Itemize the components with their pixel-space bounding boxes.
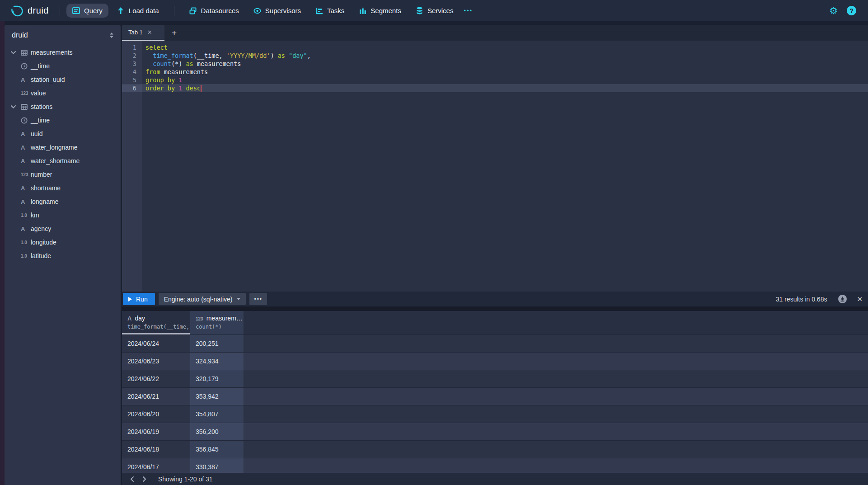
line-number: 3	[122, 60, 142, 67]
column-item-__time[interactable]: __time	[5, 113, 121, 127]
cell-measurements[interactable]: 353,942	[190, 388, 244, 405]
code-line-2[interactable]: 2 time_format(__time, 'YYYY/MM/dd') as "…	[122, 52, 868, 60]
float-type-icon: 1.0	[21, 240, 31, 245]
tab-tab1[interactable]: Tab 1 ✕	[122, 25, 164, 41]
nav-item-label: Load data	[129, 7, 159, 14]
code-line-6[interactable]: 6order by 1 desc	[122, 84, 868, 92]
cell-day[interactable]: 2024/06/17	[122, 458, 190, 473]
result-status: 31 results in 0.68s	[776, 296, 827, 303]
table-row[interactable]: 2024/06/20354,807	[122, 405, 868, 423]
cell-measurements[interactable]: 354,807	[190, 405, 244, 423]
column-item-number[interactable]: 123number	[5, 168, 121, 181]
cell-measurements[interactable]: 320,179	[190, 370, 244, 387]
line-number: 1	[122, 44, 142, 51]
pane-splitter-handle[interactable]	[122, 306, 868, 311]
nav-item-label: Datasources	[201, 7, 239, 14]
column-item-uuid[interactable]: Auuid	[5, 127, 121, 141]
table-name: stations	[31, 103, 52, 110]
code-line-3[interactable]: 3 count(*) as measurements	[122, 60, 868, 68]
column-name: uuid	[31, 130, 42, 137]
column-header-day[interactable]: A day time_format(__time, …	[122, 311, 190, 334]
nav-item-services[interactable]: Services	[410, 4, 460, 18]
table-row[interactable]: 2024/06/17330,387	[122, 458, 868, 473]
string-type-icon: A	[21, 158, 31, 165]
table-item-measurements[interactable]: measurements	[5, 46, 121, 59]
cell-day[interactable]: 2024/06/18	[122, 441, 190, 458]
nav-item-datasources[interactable]: Datasources	[183, 4, 245, 18]
table-item-stations[interactable]: stations	[5, 100, 121, 113]
code-token: as	[186, 60, 193, 67]
help-icon[interactable]: ?	[847, 6, 856, 15]
column-item-latitude[interactable]: 1.0latitude	[5, 249, 121, 263]
cell-day[interactable]: 2024/06/22	[122, 370, 190, 387]
table-row[interactable]: 2024/06/18356,845	[122, 440, 868, 458]
nav-item-query[interactable]: Query	[66, 4, 108, 18]
table-row[interactable]: 2024/06/22320,179	[122, 370, 868, 387]
nav-more-button[interactable]: •••	[459, 4, 477, 17]
cell-day[interactable]: 2024/06/24	[122, 335, 190, 352]
code-line-4[interactable]: 4from measurements	[122, 68, 868, 76]
string-type-icon: A	[127, 315, 131, 322]
line-number: 4	[122, 68, 142, 75]
nav-item-tasks[interactable]: Tasks	[310, 4, 350, 18]
number-type-icon: 123	[21, 91, 31, 96]
cell-measurements[interactable]: 356,845	[190, 441, 244, 458]
table-row[interactable]: 2024/06/19356,200	[122, 423, 868, 440]
column-item-agency[interactable]: Aagency	[5, 222, 121, 235]
column-item-km[interactable]: 1.0km	[5, 208, 121, 222]
column-item-station_uuid[interactable]: Astation_uuid	[5, 73, 121, 86]
new-tab-button[interactable]: +	[172, 28, 177, 38]
prev-page-button[interactable]	[127, 474, 138, 485]
code-token: time_format	[153, 52, 193, 59]
run-button[interactable]: Run	[123, 293, 155, 305]
column-item-shortname[interactable]: Ashortname	[5, 181, 121, 195]
column-item-water_shortname[interactable]: Awater_shortname	[5, 154, 121, 168]
cell-measurements[interactable]: 356,200	[190, 423, 244, 440]
druid-logo[interactable]: druid	[10, 4, 49, 18]
cell-measurements[interactable]: 330,387	[190, 458, 244, 473]
float-type-icon: 1.0	[21, 254, 31, 259]
tab-close-icon[interactable]: ✕	[147, 29, 152, 36]
column-item-value[interactable]: 123value	[5, 86, 121, 100]
table-row[interactable]: 2024/06/23324,934	[122, 352, 868, 370]
nav-item-segments[interactable]: Segments	[353, 4, 407, 18]
sql-editor[interactable]: 1select2 time_format(__time, 'YYYY/MM/dd…	[122, 41, 868, 292]
code-line-1[interactable]: 1select	[122, 43, 868, 52]
query-tab-bar: Tab 1 ✕ +	[122, 25, 868, 41]
chevron-down-icon[interactable]	[11, 51, 17, 54]
settings-gear-icon[interactable]: ⚙	[829, 6, 838, 15]
download-results-icon[interactable]	[838, 295, 847, 303]
cell-measurements[interactable]: 324,934	[190, 353, 244, 370]
table-row[interactable]: 2024/06/24200,251	[122, 334, 868, 352]
column-name: shortname	[31, 184, 61, 192]
close-results-icon[interactable]: ✕	[857, 295, 863, 303]
cell-day[interactable]: 2024/06/21	[122, 388, 190, 405]
cell-measurements[interactable]: 200,251	[190, 335, 244, 352]
column-header-measurements[interactable]: 123 measurem… count(*)	[190, 311, 244, 334]
nav-divider	[174, 6, 174, 16]
table-icon	[21, 104, 31, 110]
column-item-__time[interactable]: __time	[5, 59, 121, 73]
next-page-button[interactable]	[138, 474, 150, 485]
column-item-longitude[interactable]: 1.0longitude	[5, 235, 121, 249]
schema-sidebar: druid measurements__timeAstation_uuid123…	[5, 25, 121, 485]
cell-day[interactable]: 2024/06/23	[122, 353, 190, 370]
cell-day[interactable]: 2024/06/20	[122, 405, 190, 423]
column-item-water_longname[interactable]: Awater_longname	[5, 141, 121, 154]
cell-day[interactable]: 2024/06/19	[122, 423, 190, 440]
nav-item-load-data[interactable]: Load data	[111, 4, 165, 18]
code-token	[175, 76, 178, 84]
chevron-down-icon[interactable]	[11, 105, 17, 108]
double-caret-vertical-icon[interactable]	[109, 32, 114, 38]
query-icon	[72, 7, 80, 14]
query-more-button[interactable]: •••	[249, 293, 267, 305]
string-type-icon: A	[21, 76, 31, 83]
table-row[interactable]: 2024/06/21353,942	[122, 387, 868, 405]
code-line-5[interactable]: 5group by 1	[122, 76, 868, 84]
schema-selector[interactable]: druid	[5, 25, 121, 42]
engine-select-button[interactable]: Engine: auto (sql-native)	[159, 293, 246, 305]
results-panel: A day time_format(__time, … 123 measurem…	[122, 311, 868, 473]
nav-item-supervisors[interactable]: Supervisors	[248, 4, 307, 18]
column-item-longname[interactable]: Alongname	[5, 195, 121, 208]
code-token: __time	[197, 52, 219, 59]
